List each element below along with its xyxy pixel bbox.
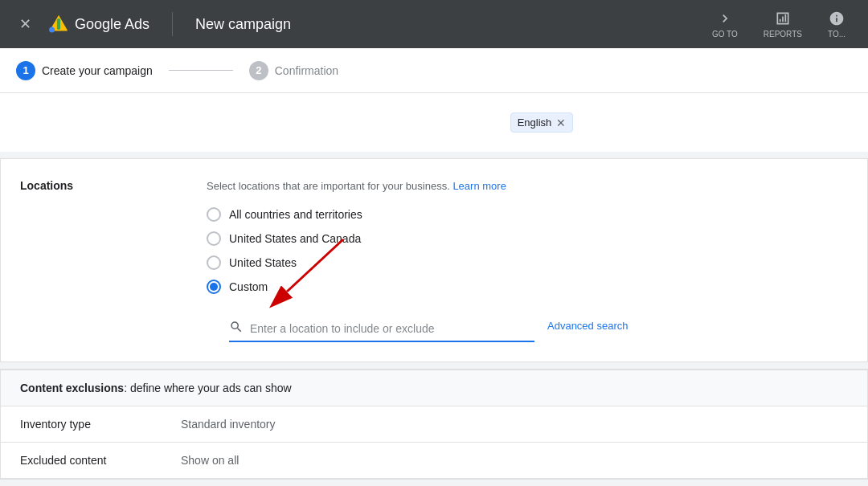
close-button[interactable]: ✕ xyxy=(13,12,38,36)
language-tags-area: English ✕ xyxy=(19,106,849,139)
step2-circle: 2 xyxy=(249,61,268,80)
language-tag-english[interactable]: English ✕ xyxy=(510,112,574,133)
radio-all-countries[interactable]: All countries and territories xyxy=(207,207,848,222)
nav-left: ✕ Google Ads New campaign xyxy=(13,12,702,36)
tools-button[interactable]: TO... xyxy=(818,7,855,42)
locations-learn-more[interactable]: Learn more xyxy=(452,180,506,192)
radio-us[interactable]: United States xyxy=(207,255,848,270)
radio-label-all-countries: All countries and territories xyxy=(229,208,362,221)
radio-btn-all-countries[interactable] xyxy=(207,207,221,222)
inventory-type-row: Inventory type Standard inventory xyxy=(1,406,867,443)
step-1: 1 Create your campaign xyxy=(16,61,153,80)
svg-point-3 xyxy=(49,27,55,33)
radio-btn-us[interactable] xyxy=(207,255,221,270)
search-svg xyxy=(229,320,244,334)
locations-label-col: Locations xyxy=(20,178,181,342)
content-exclusions-header: Content exclusions: define where your ad… xyxy=(1,370,867,406)
goto-button[interactable]: GO TO xyxy=(702,7,747,42)
nav-right: GO TO REPORTS TO... xyxy=(702,7,855,42)
step-connector xyxy=(169,70,233,71)
goto-icon xyxy=(717,10,733,27)
nav-divider xyxy=(172,12,173,36)
radio-us-canada[interactable]: United States and Canada xyxy=(207,231,848,246)
nav-title: New campaign xyxy=(195,16,291,33)
tools-icon xyxy=(829,10,845,27)
brand-name: Google Ads xyxy=(75,16,149,33)
content-exclusions-panel: Content exclusions: define where your ad… xyxy=(0,369,868,480)
radio-btn-us-canada[interactable] xyxy=(207,231,221,246)
main-content: English ✕ Locations Select locations tha… xyxy=(0,93,868,486)
radio-custom[interactable]: Custom xyxy=(207,280,268,294)
reports-icon xyxy=(775,10,791,27)
search-icon xyxy=(229,320,244,337)
location-search-container xyxy=(229,317,534,342)
radio-inner-custom xyxy=(210,283,218,291)
language-tag-label: English xyxy=(518,116,552,129)
inventory-type-label: Inventory type xyxy=(20,418,181,431)
radio-label-us: United States xyxy=(229,256,297,269)
reports-button[interactable]: REPORTS xyxy=(754,7,812,42)
location-search-row: Advanced search xyxy=(207,310,848,342)
excluded-content-row: Excluded content Show on all xyxy=(1,443,867,479)
excluded-content-label: Excluded content xyxy=(20,454,181,467)
advanced-search-link[interactable]: Advanced search xyxy=(547,320,628,332)
locations-label: Locations xyxy=(20,179,73,192)
locations-description: Select locations that are important for … xyxy=(207,178,848,194)
radio-label-us-canada: United States and Canada xyxy=(229,232,361,245)
excluded-content-value: Show on all xyxy=(181,454,239,467)
svg-rect-4 xyxy=(57,18,60,30)
step1-label: Create your campaign xyxy=(42,64,153,77)
step-2: 2 Confirmation xyxy=(249,61,338,80)
radio-label-custom: Custom xyxy=(229,280,268,293)
language-tag-close-icon[interactable]: ✕ xyxy=(556,117,566,129)
location-search-input[interactable] xyxy=(250,322,534,335)
brand-logo: Google Ads xyxy=(47,13,149,35)
inventory-type-value: Standard inventory xyxy=(181,418,276,431)
top-navigation: ✕ Google Ads New campaign GO TO REPORTS xyxy=(0,0,868,48)
content-exclusions-title: Content exclusions xyxy=(20,382,124,394)
locations-content: Select locations that are important for … xyxy=(207,178,848,342)
google-ads-icon xyxy=(47,13,70,35)
locations-row: Locations Select locations that are impo… xyxy=(1,159,867,361)
custom-radio-container: Custom xyxy=(207,280,268,304)
step1-circle: 1 xyxy=(16,61,35,80)
breadcrumb-bar: 1 Create your campaign 2 Confirmation xyxy=(0,48,868,93)
radio-btn-custom[interactable] xyxy=(207,280,221,294)
content-exclusions-desc: : define where your ads can show xyxy=(124,382,292,394)
step2-label: Confirmation xyxy=(275,64,338,77)
locations-panel: Locations Select locations that are impo… xyxy=(0,158,868,362)
language-section: English ✕ xyxy=(0,93,868,152)
